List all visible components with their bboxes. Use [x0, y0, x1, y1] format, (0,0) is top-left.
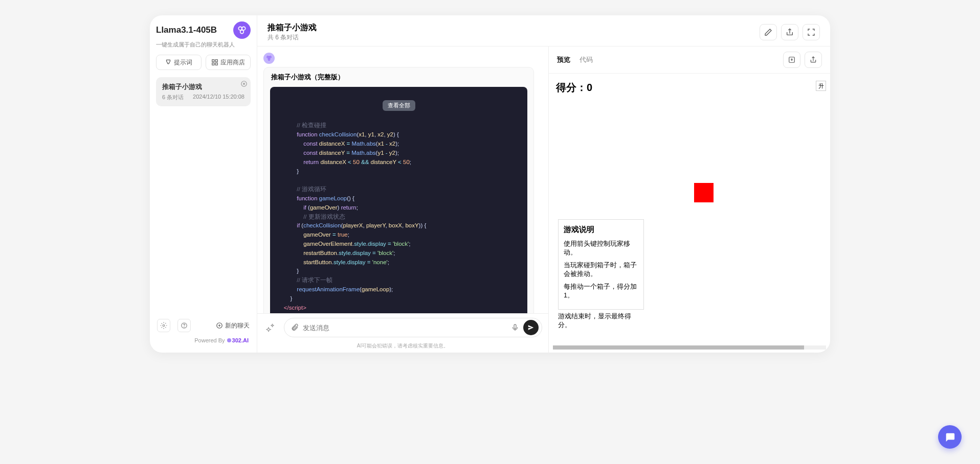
main: 推箱子小游戏 共 6 条对话 推箱子小游戏（完整版）	[257, 15, 830, 353]
code-card: 推箱子小游戏（完整版） 查看全部 预览 // 检查碰撞 function che…	[263, 67, 534, 313]
settings-button[interactable]	[157, 319, 170, 332]
score-label-text: 得分：	[556, 82, 587, 93]
svg-point-8	[163, 324, 165, 327]
powered-by: Powered By 302.AI	[156, 334, 251, 346]
tab-preview[interactable]: 预览	[557, 55, 570, 64]
help-button[interactable]	[177, 319, 191, 332]
footer-row: 新的聊天	[156, 317, 251, 334]
message-input[interactable]	[303, 324, 507, 332]
game-canvas[interactable]: 游戏说明 使用箭头键控制玩家移动。 当玩家碰到箱子时，箱子会被推动。 每推动一个…	[556, 99, 823, 338]
sidebar-header: Llama3.1-405B	[156, 21, 251, 39]
sidebar: Llama3.1-405B 一键生成属于自己的聊天机器人 提示词 应用商店 推箱…	[150, 15, 257, 353]
tab-store-label: 应用商店	[220, 58, 245, 67]
tab-code[interactable]: 代码	[580, 55, 593, 64]
new-chat-label: 新的聊天	[225, 321, 250, 330]
instruction-tail: 游戏结束时，显示最终得分。	[558, 312, 644, 330]
compose-input-wrap	[284, 318, 542, 337]
tab-prompt-label: 提示词	[174, 58, 192, 67]
svg-point-2	[240, 30, 244, 34]
svg-rect-4	[215, 60, 217, 62]
model-subtitle: 一键生成属于自己的聊天机器人	[156, 41, 251, 49]
brand-badge[interactable]: 302.AI	[227, 337, 249, 343]
svg-rect-3	[212, 60, 214, 62]
instruction-line: 使用箭头键控制玩家移动。	[564, 240, 638, 257]
brand-label: 302.AI	[232, 337, 249, 343]
code-block[interactable]: 查看全部 预览 // 检查碰撞 function checkCollision(…	[270, 87, 527, 313]
svg-rect-15	[514, 324, 516, 329]
instructions-title: 游戏说明	[564, 225, 638, 235]
new-chat-button[interactable]: 新的聊天	[216, 321, 250, 330]
conversation-count: 6 条对话	[162, 94, 184, 101]
svg-rect-6	[215, 63, 217, 65]
conversation-time: 2024/12/10 15:20:08	[193, 94, 244, 101]
tab-prompt[interactable]: 提示词	[156, 55, 202, 70]
tab-store[interactable]: 应用商店	[206, 55, 251, 70]
instruction-line: 当玩家碰到箱子时，箱子会被推动。	[564, 261, 638, 279]
preview-pane: 预览 代码 得分：0 升 游戏说明	[549, 47, 830, 353]
chat-pane: 推箱子小游戏（完整版） 查看全部 预览 // 检查碰撞 function che…	[257, 47, 549, 353]
model-name: Llama3.1-405B	[156, 25, 217, 35]
horizontal-scrollbar[interactable]	[553, 345, 826, 350]
assistant-avatar	[263, 53, 275, 64]
conversation-meta: 6 条对话 2024/12/10 15:20:08	[162, 94, 244, 101]
disclaimer: AI可能会犯错误，请考虑核实重要信息。	[257, 341, 548, 353]
send-icon	[527, 324, 534, 331]
svg-point-14	[268, 59, 270, 61]
dot-icon	[227, 338, 231, 342]
sidebar-footer: 新的聊天 Powered By 302.AI	[156, 317, 251, 346]
header-actions	[760, 24, 820, 40]
svg-point-0	[238, 27, 242, 30]
edit-button[interactable]	[760, 24, 777, 40]
download-icon	[788, 56, 795, 63]
view-all-button[interactable]: 查看全部	[383, 100, 415, 111]
expand-button[interactable]	[803, 24, 820, 40]
score-value: 0	[587, 82, 592, 93]
svg-rect-5	[212, 63, 214, 65]
sparkle-icon	[266, 322, 276, 333]
help-icon	[181, 322, 188, 329]
main-header: 推箱子小游戏 共 6 条对话	[257, 15, 830, 47]
conversation-item[interactable]: 推箱子小游戏 6 条对话 2024/12/10 15:20:08	[156, 77, 251, 106]
code-card-title: 推箱子小游戏（完整版）	[264, 67, 533, 87]
share-icon	[810, 56, 817, 63]
mic-icon[interactable]	[511, 323, 519, 332]
page-title: 推箱子小游戏	[268, 22, 760, 33]
instructions-card: 游戏说明 使用箭头键控制玩家移动。 当玩家碰到箱子时，箱子会被推动。 每推动一个…	[558, 219, 644, 310]
main-body: 推箱子小游戏（完整版） 查看全部 预览 // 检查碰撞 function che…	[257, 47, 830, 353]
mini-button[interactable]: 升	[816, 81, 826, 91]
svg-point-1	[242, 27, 246, 30]
app-window: Llama3.1-405B 一键生成属于自己的聊天机器人 提示词 应用商店 推箱…	[150, 15, 830, 353]
compose-bar	[257, 313, 548, 341]
powered-label: Powered By	[194, 337, 225, 343]
sidebar-tabs: 提示词 应用商店	[156, 55, 251, 70]
svg-point-12	[267, 56, 269, 58]
instruction-line: 游戏结束时，显示最终得分。	[558, 312, 644, 330]
download-button[interactable]	[783, 52, 800, 68]
preview-content[interactable]: 得分：0 升 游戏说明 使用箭头键控制玩家移动。 当玩家碰到箱子时，箱子会被推动…	[549, 74, 830, 345]
pencil-icon	[764, 28, 772, 36]
plus-circle-icon	[216, 322, 223, 329]
send-button[interactable]	[523, 320, 539, 335]
close-icon[interactable]	[240, 80, 248, 87]
chat-scroll[interactable]: 推箱子小游戏（完整版） 查看全部 预览 // 检查碰撞 function che…	[257, 47, 548, 313]
player-box	[694, 183, 714, 202]
preview-header: 预览 代码	[549, 47, 830, 74]
expand-icon	[807, 28, 815, 36]
svg-point-13	[270, 56, 272, 58]
gear-icon	[160, 322, 167, 329]
mask-icon	[165, 59, 172, 66]
instruction-line: 每推动一个箱子，得分加1。	[564, 283, 638, 300]
scrollbar-thumb[interactable]	[553, 345, 804, 350]
share-icon	[786, 28, 794, 36]
score-display: 得分：0	[556, 81, 823, 95]
page-subtitle: 共 6 条对话	[268, 33, 760, 42]
magic-button[interactable]	[263, 320, 279, 335]
share-preview-button[interactable]	[805, 52, 822, 68]
attachment-icon[interactable]	[291, 323, 299, 332]
share-button[interactable]	[781, 24, 798, 40]
svg-point-10	[184, 327, 185, 328]
conversation-title: 推箱子小游戏	[162, 82, 244, 91]
model-icon	[233, 21, 251, 39]
grid-icon	[211, 59, 218, 66]
